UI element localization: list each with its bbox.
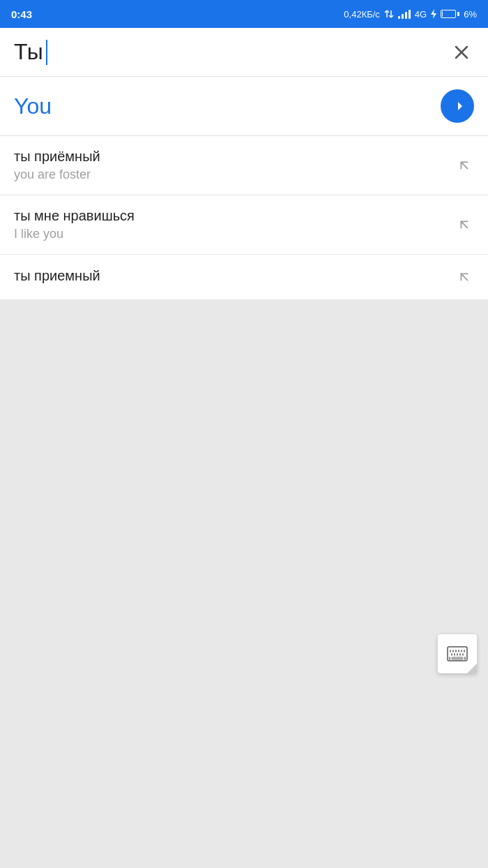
search-input-wrapper[interactable]: Ты [14, 39, 449, 65]
suggestion-main-1: ты мне нравишься [14, 208, 455, 224]
keyboard-button[interactable] [438, 634, 477, 673]
battery-percent: 6% [464, 9, 477, 20]
network-speed: 0,42КБ/с [344, 9, 380, 20]
arrow-right-icon [449, 98, 466, 114]
suggestion-text-1: ты мне нравишься I like you [14, 208, 455, 241]
suggestion-arrow-0 [455, 156, 474, 175]
navigate-button[interactable] [441, 89, 474, 123]
suggestion-arrow-2 [455, 267, 474, 287]
suggestion-main-2: ты приемный [14, 268, 455, 284]
svg-line-4 [461, 221, 467, 227]
keyboard-icon [447, 643, 468, 664]
translation-text: You [14, 93, 52, 119]
data-arrows-icon [384, 9, 394, 19]
network-type: 4G [415, 9, 427, 20]
svg-line-5 [461, 274, 467, 280]
close-icon [453, 44, 470, 61]
arrow-up-left-icon-0 [457, 158, 472, 173]
text-cursor [46, 40, 47, 65]
arrow-up-left-icon-2 [457, 269, 472, 285]
search-input-text[interactable]: Ты [14, 39, 43, 65]
status-right: 0,42КБ/с 4G 6% [344, 9, 477, 20]
gray-area [0, 299, 488, 690]
suggestion-item-0[interactable]: ты приёмный you are foster [0, 136, 488, 195]
suggestion-sub-1: I like you [14, 227, 455, 241]
search-bar: Ты [0, 28, 488, 77]
charging-icon [431, 9, 436, 19]
suggestion-item-2[interactable]: ты приемный [0, 255, 488, 299]
suggestion-arrow-1 [455, 215, 474, 234]
svg-marker-0 [431, 9, 436, 19]
suggestion-item-1[interactable]: ты мне нравишься I like you [0, 195, 488, 255]
suggestions-list: ты приёмный you are foster ты мне нравиш… [0, 136, 488, 299]
suggestion-text-0: ты приёмный you are foster [14, 149, 455, 182]
svg-rect-18 [452, 657, 463, 659]
suggestion-text-2: ты приемный [14, 268, 455, 287]
status-time: 0:43 [11, 8, 32, 20]
battery-icon [441, 10, 459, 18]
signal-bars [398, 9, 411, 19]
suggestion-sub-0: you are foster [14, 167, 455, 182]
status-bar: 0:43 0,42КБ/с 4G 6% [0, 0, 488, 28]
translation-result[interactable]: You [0, 77, 488, 136]
clear-button[interactable] [449, 40, 474, 65]
arrow-up-left-icon-1 [457, 217, 472, 232]
suggestion-main-0: ты приёмный [14, 149, 455, 165]
svg-line-3 [461, 162, 467, 168]
